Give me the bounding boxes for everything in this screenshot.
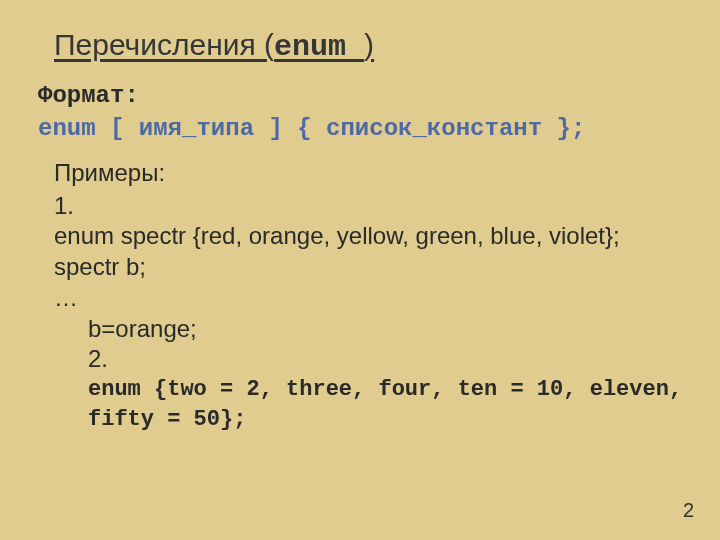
- title-keyword: enum: [274, 30, 364, 64]
- slide: Перечисления (enum ) Формат: enum [ имя_…: [0, 0, 720, 540]
- format-code: enum [ имя_типа ] { список_констант };: [38, 115, 684, 142]
- page-number: 2: [683, 499, 694, 522]
- title-text: Перечисления (: [54, 28, 274, 61]
- example-1-number: 1.: [54, 191, 684, 222]
- examples-block: Примеры: 1. enum spectr {red, orange, ye…: [54, 158, 684, 434]
- example-1-line: …: [54, 283, 684, 314]
- examples-header: Примеры:: [54, 158, 684, 189]
- example-1-line: spectr b;: [54, 252, 684, 283]
- format-label: Формат:: [38, 82, 684, 109]
- example-2-number: 2.: [88, 344, 684, 375]
- example-1-line: b=orange;: [88, 314, 684, 345]
- example-1-line: enum spectr {red, orange, yellow, green,…: [54, 221, 684, 252]
- example-2-line: enum {two = 2, three, four, ten = 10, el…: [88, 375, 684, 405]
- slide-title: Перечисления (enum ): [54, 28, 684, 64]
- example-2-line: fifty = 50};: [88, 405, 684, 435]
- title-suffix: ): [364, 28, 374, 61]
